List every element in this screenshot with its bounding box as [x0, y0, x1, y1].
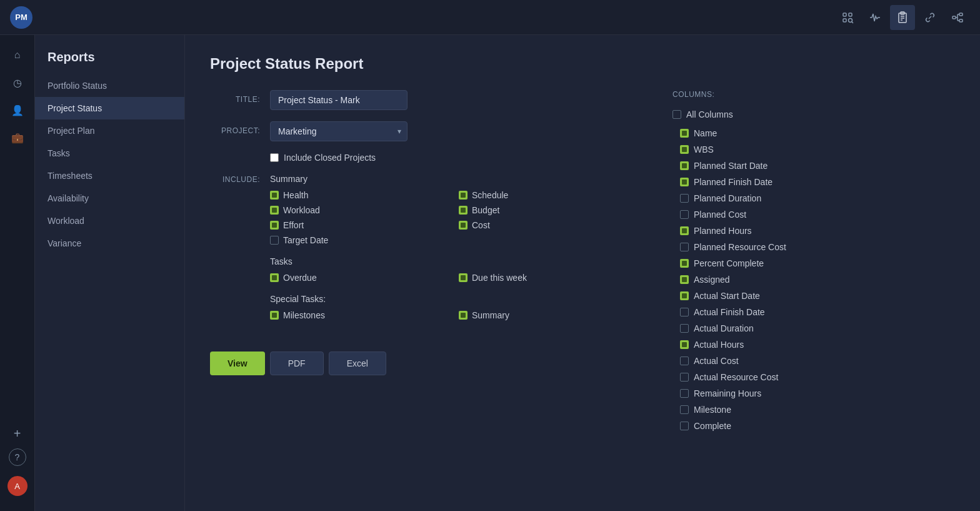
col-actual-start-checkbox[interactable] — [680, 291, 689, 300]
col-actual-hours-checkbox[interactable] — [680, 340, 689, 349]
tasks-subtitle: Tasks — [270, 256, 635, 266]
all-columns-checkbox[interactable] — [672, 110, 681, 119]
summary-tasks-checkbox-icon[interactable] — [459, 311, 468, 320]
include-item-overdue: Overdue — [270, 273, 446, 283]
project-select-wrapper: Marketing Development Design ▾ — [270, 121, 408, 141]
col-complete-checkbox[interactable] — [680, 422, 689, 430]
health-label: Health — [283, 190, 308, 200]
column-planned-finish-date: Planned Finish Date — [672, 174, 845, 190]
link-icon-btn[interactable] — [918, 5, 942, 30]
briefcase-icon-btn[interactable]: 💼 — [5, 125, 30, 150]
svg-rect-12 — [959, 19, 962, 22]
pulse-icon-btn[interactable] — [862, 5, 888, 30]
column-planned-hours: Planned Hours — [672, 223, 845, 239]
target-date-checkbox-icon[interactable] — [270, 236, 279, 245]
special-tasks-subtitle: Special Tasks: — [270, 294, 635, 304]
effort-checkbox-icon[interactable] — [270, 221, 279, 230]
col-remaining-hours-checkbox[interactable] — [680, 389, 689, 398]
sidebar-item-timesheets[interactable]: Timesheets — [35, 164, 184, 187]
col-planned-start-checkbox[interactable] — [680, 161, 689, 170]
col-assigned-label: Assigned — [694, 275, 730, 285]
branch-icon-btn[interactable] — [945, 5, 970, 30]
cost-checkbox-icon[interactable] — [459, 221, 468, 230]
icon-sidebar: ⌂ ◷ 👤 💼 + ? A — [0, 35, 35, 511]
column-planned-duration: Planned Duration — [672, 190, 845, 206]
col-actual-hours-label: Actual Hours — [694, 340, 744, 350]
col-planned-cost-label: Planned Cost — [694, 210, 746, 220]
col-planned-start-label: Planned Start Date — [694, 161, 768, 171]
col-name-checkbox[interactable] — [680, 129, 689, 138]
col-wbs-checkbox[interactable] — [680, 145, 689, 154]
title-input[interactable] — [270, 90, 408, 110]
col-planned-cost-checkbox[interactable] — [680, 210, 689, 219]
app-logo[interactable]: PM — [10, 6, 32, 29]
column-wbs: WBS — [672, 141, 845, 158]
columns-panel: COLUMNS: All Columns Name — [672, 90, 848, 432]
sidebar-item-workload[interactable]: Workload — [35, 210, 184, 232]
column-actual-hours: Actual Hours — [672, 336, 845, 353]
scan-icon-btn[interactable] — [835, 5, 860, 30]
column-complete: Complete — [672, 418, 845, 432]
sidebar-item-variance[interactable]: Variance — [35, 232, 184, 255]
include-closed-checkbox[interactable] — [270, 153, 279, 162]
col-actual-start-label: Actual Start Date — [694, 291, 760, 301]
include-item-effort: Effort — [270, 220, 446, 230]
overdue-checkbox-icon[interactable] — [270, 273, 279, 282]
budget-checkbox-icon[interactable] — [459, 206, 468, 215]
include-row: INCLUDE: Summary Health Schedule — [210, 174, 635, 331]
sidebar-item-availability[interactable]: Availability — [35, 187, 184, 210]
column-all-columns: All Columns — [672, 106, 845, 123]
sidebar-item-project-status[interactable]: Project Status — [35, 97, 184, 119]
include-closed-label: Include Closed Projects — [284, 153, 376, 163]
include-item-milestones: Milestones — [270, 310, 446, 320]
people-icon-btn[interactable]: 👤 — [5, 98, 30, 123]
title-row: TITLE: — [210, 90, 635, 110]
action-row: View PDF Excel — [210, 352, 635, 375]
col-complete-label: Complete — [694, 421, 731, 431]
col-planned-resource-cost-checkbox[interactable] — [680, 243, 689, 251]
home-icon-btn[interactable]: ⌂ — [5, 43, 30, 68]
col-actual-resource-cost-checkbox[interactable] — [680, 373, 689, 382]
health-checkbox-icon[interactable] — [270, 191, 279, 200]
col-actual-cost-checkbox[interactable] — [680, 357, 689, 365]
clipboard-icon-btn[interactable] — [890, 5, 915, 30]
schedule-checkbox-icon[interactable] — [459, 191, 468, 200]
include-label: INCLUDE: — [210, 174, 260, 184]
due-this-week-checkbox-icon[interactable] — [459, 273, 468, 282]
column-assigned: Assigned — [672, 271, 845, 288]
sidebar-item-portfolio-status[interactable]: Portfolio Status — [35, 74, 184, 97]
workload-checkbox-icon[interactable] — [270, 206, 279, 215]
project-select[interactable]: Marketing Development Design — [270, 121, 408, 141]
column-milestone: Milestone — [672, 402, 845, 418]
user-avatar[interactable]: A — [8, 476, 28, 496]
col-assigned-checkbox[interactable] — [680, 275, 689, 284]
pdf-button[interactable]: PDF — [270, 352, 324, 375]
column-planned-cost: Planned Cost — [672, 206, 845, 223]
help-icon-btn[interactable]: ? — [9, 448, 26, 466]
col-actual-duration-checkbox[interactable] — [680, 324, 689, 333]
column-name: Name — [672, 125, 845, 141]
milestones-checkbox-icon[interactable] — [270, 311, 279, 320]
target-date-label: Target Date — [283, 235, 328, 245]
excel-button[interactable]: Excel — [329, 352, 386, 375]
add-icon-btn[interactable]: + — [5, 421, 30, 446]
col-planned-duration-checkbox[interactable] — [680, 194, 689, 203]
col-actual-finish-checkbox[interactable] — [680, 308, 689, 316]
col-planned-hours-checkbox[interactable] — [680, 226, 689, 235]
column-percent-complete: Percent Complete — [672, 255, 845, 271]
columns-scroll[interactable]: All Columns Name WBS Plan — [672, 106, 848, 432]
column-actual-start-date: Actual Start Date — [672, 288, 845, 304]
schedule-label: Schedule — [472, 190, 508, 200]
column-actual-cost: Actual Cost — [672, 353, 845, 369]
col-planned-finish-checkbox[interactable] — [680, 178, 689, 186]
col-planned-hours-label: Planned Hours — [694, 226, 752, 236]
project-label: PROJECT: — [210, 121, 260, 135]
sidebar-item-tasks[interactable]: Tasks — [35, 142, 184, 164]
view-button[interactable]: View — [210, 352, 265, 375]
col-milestone-checkbox[interactable] — [680, 405, 689, 414]
col-percent-complete-checkbox[interactable] — [680, 259, 689, 268]
sidebar-item-project-plan[interactable]: Project Plan — [35, 119, 184, 142]
include-item-budget: Budget — [459, 205, 635, 215]
col-milestone-label: Milestone — [694, 405, 731, 415]
clock-icon-btn[interactable]: ◷ — [5, 70, 30, 95]
